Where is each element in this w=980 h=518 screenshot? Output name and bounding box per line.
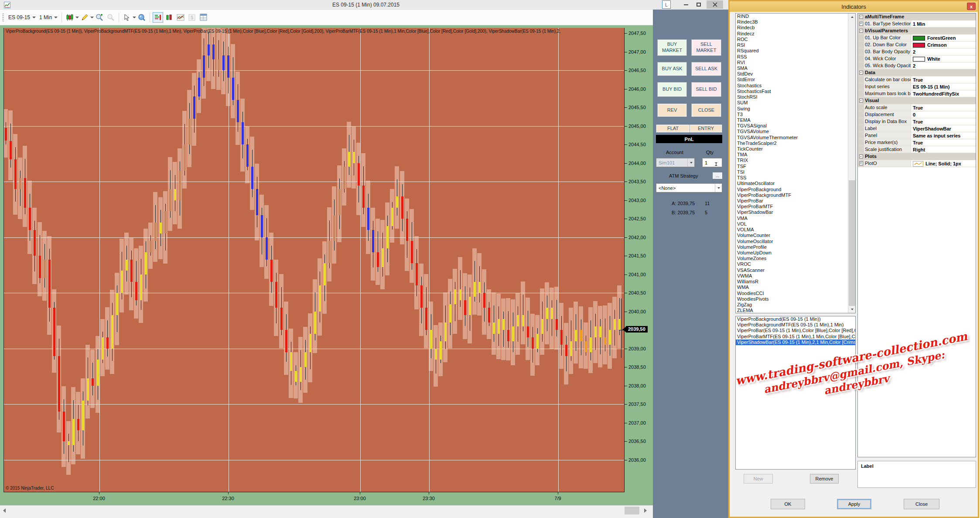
indicator-list-item[interactable]: Rindec3B [736, 19, 848, 25]
instrument-selector[interactable]: ES 09-15 [7, 14, 38, 21]
indicator-list-item[interactable]: TRIX [736, 158, 848, 163]
property-row[interactable]: Maximum bars look baTwoHundredFiftySix [858, 90, 976, 97]
indicator-list-item[interactable]: VolumeZones [736, 256, 848, 261]
indicator-list-item[interactable]: StochRSI [736, 94, 848, 100]
indicator-list-item[interactable]: RSquared [736, 48, 848, 54]
indicator-list-item[interactable]: ViperShadowBar [736, 209, 848, 215]
quantity-stepper[interactable]: 1 [702, 158, 722, 167]
property-grid[interactable]: -aMultiTimeFrame+01. BarType Selection1 … [857, 13, 976, 457]
indicator-list-item[interactable]: TheTradeScalper2 [736, 141, 848, 146]
property-row[interactable]: Calculate on bar closeTrue [858, 76, 976, 83]
close-button[interactable] [707, 0, 723, 9]
property-row[interactable]: Price marker(s)True [858, 139, 976, 146]
available-indicators-list[interactable]: RINDRindec3BRindecbRindeczROCRSIRSquared… [735, 13, 856, 313]
indicator-list-item[interactable]: VROC [736, 261, 848, 267]
indicator-list-item[interactable]: Rindecb [736, 25, 848, 31]
indicator-list-item[interactable]: TGVSASignal [736, 123, 848, 129]
property-row[interactable]: +01. BarType Selection1 Min [858, 21, 976, 27]
property-group-row[interactable]: -bVisualParameters [858, 27, 976, 34]
dollar-button[interactable]: $ [187, 12, 197, 23]
price-axis[interactable]: 2039,50 2047,502047,002046,502046,002045… [625, 28, 653, 492]
link-button[interactable]: L [662, 0, 671, 9]
property-row[interactable]: LabelViperShadowBar [858, 125, 976, 132]
sell-ask-button[interactable]: SELL ASK [691, 62, 721, 76]
buy-market-button[interactable]: BUY MARKET [657, 39, 687, 56]
collapse-icon[interactable]: - [859, 99, 863, 103]
sell-market-button[interactable]: SELL MARKET [691, 39, 721, 56]
drawing-tools-button[interactable] [79, 12, 90, 23]
cursor-tool-button[interactable] [122, 12, 132, 23]
chart-style-candles-button[interactable] [164, 12, 174, 23]
interval-selector[interactable]: 1 Min [38, 14, 59, 21]
zoom-in-button[interactable] [94, 12, 105, 23]
indicator-list-item[interactable]: VMA [736, 216, 848, 221]
indicator-list-item[interactable]: T3 [736, 112, 848, 117]
property-group-row[interactable]: -Visual [858, 97, 976, 104]
property-value[interactable]: True [911, 76, 976, 83]
property-value[interactable]: Same as input series [911, 132, 976, 139]
collapse-icon[interactable]: - [859, 71, 863, 75]
collapse-icon[interactable]: - [859, 29, 863, 33]
spin-down-icon[interactable] [715, 164, 721, 169]
chart-style-bars-button[interactable] [153, 12, 163, 23]
indicator-list-item[interactable]: VSAScanner [736, 268, 848, 273]
scrollbar-thumb[interactable] [625, 507, 639, 515]
property-row[interactable]: Scale justificationRight [858, 146, 976, 153]
property-row[interactable]: Input seriesES 09-15 (1 Min) [858, 83, 976, 90]
indicator-list-item[interactable]: WMA [736, 285, 848, 290]
dialog-close-action-button[interactable]: Close [904, 499, 939, 509]
indicator-list-item[interactable]: StochasticsFast [736, 89, 848, 94]
applied-indicator-item[interactable]: ViperProBarMTF(ES 09-15 (1 Min),1 Min,Co… [736, 334, 855, 340]
indicator-list-item[interactable]: RIND [736, 14, 848, 19]
indicator-list-item[interactable]: WoodiesPivots [736, 296, 848, 302]
flat-button[interactable]: FLAT [656, 124, 690, 133]
indicator-list-item[interactable]: VolumeProfile [736, 244, 848, 250]
indicator-list-item[interactable]: VolumeOscillator [736, 239, 848, 244]
property-value[interactable]: True [911, 139, 976, 146]
property-row[interactable]: 04. Wick ColorWhite [858, 55, 976, 62]
indicator-list-item[interactable]: VOLMA [736, 227, 848, 233]
property-row[interactable]: 01. Up Bar ColorForestGreen [858, 34, 976, 41]
close-position-button[interactable]: CLOSE [691, 103, 721, 117]
buy-ask-button[interactable]: BUY ASK [657, 62, 687, 76]
horizontal-scrollbar[interactable] [0, 505, 650, 515]
indicator-list-item[interactable]: Rindecz [736, 31, 848, 37]
indicator-list-item[interactable]: ViperProBackgroundMTF [736, 192, 848, 198]
property-row[interactable]: Display in Data BoxTrue [858, 118, 976, 125]
bar-type-button[interactable] [65, 12, 75, 23]
property-row[interactable]: 03. Bar Body Opacity2 [858, 48, 976, 55]
property-row[interactable]: 05. Wick Body Opacity2 [858, 62, 976, 69]
indicator-list-item[interactable]: VolumeCounter [736, 233, 848, 238]
applied-indicator-item[interactable]: ViperProBackground(ES 09-15 (1 Min)) [736, 316, 855, 322]
property-row[interactable]: +PlotOLine; Solid; 1px [858, 160, 976, 167]
expand-icon[interactable]: + [859, 161, 863, 165]
applied-indicator-item[interactable]: ViperShadowBar(ES 09-15 (1 Min),2,1 Min,… [736, 340, 855, 345]
new-button[interactable]: New [744, 474, 773, 484]
indicator-list-item[interactable]: TickCounter [736, 146, 848, 152]
indicator-list-item[interactable]: RSS [736, 54, 848, 60]
scroll-down-arrow-icon[interactable] [848, 306, 856, 313]
entry-button[interactable]: ENTRY [690, 124, 722, 133]
remove-button[interactable]: Remove [810, 474, 839, 484]
indicator-list-item[interactable]: ViperProBar [736, 198, 848, 204]
atm-more-button[interactable]: ... [712, 172, 723, 179]
collapse-icon[interactable]: - [859, 154, 863, 158]
indicator-list-item[interactable]: UltimateOscillator [736, 181, 848, 186]
indicator-list-item[interactable]: SUM [736, 100, 848, 106]
indicator-list-item[interactable]: ZigZag [736, 302, 848, 308]
atm-strategy-select[interactable]: <None> [656, 183, 722, 192]
minimize-button[interactable] [681, 0, 691, 9]
scroll-up-arrow-icon[interactable] [848, 14, 856, 21]
zoom-out-button[interactable] [106, 12, 116, 23]
account-select[interactable]: Sim101 [656, 158, 695, 167]
scroll-left-arrow-icon[interactable] [0, 506, 9, 515]
indicator-list-item[interactable]: SMA [736, 65, 848, 71]
property-value[interactable]: TwoHundredFiftySix [911, 90, 976, 97]
indicator-list-item[interactable]: VolumeUpDown [736, 250, 848, 256]
toolbar-grip[interactable] [2, 14, 4, 21]
apply-button[interactable]: Apply [837, 499, 871, 509]
scrollbar-thumb[interactable] [849, 180, 855, 306]
indicator-list-item[interactable]: ROC [736, 37, 848, 42]
data-box-button[interactable] [137, 12, 147, 23]
indicator-list-item[interactable]: StdError [736, 77, 848, 82]
